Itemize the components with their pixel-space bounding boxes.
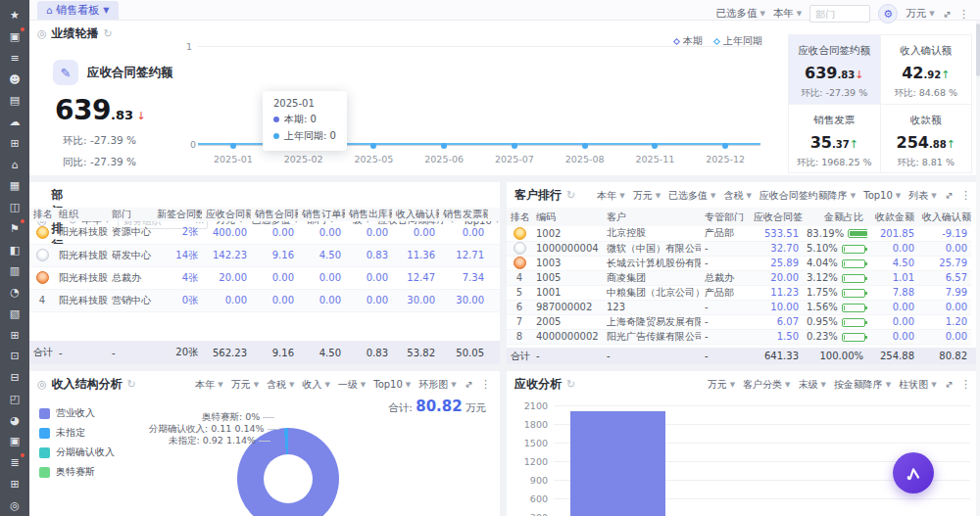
package-icon[interactable]: ◫ xyxy=(4,197,25,218)
column-header[interactable]: 应收合同额 xyxy=(202,208,251,221)
data-point[interactable] xyxy=(722,143,728,149)
column-header[interactable]: 排名 xyxy=(507,208,532,226)
collect-cell[interactable]: 0.00 xyxy=(867,241,918,256)
value-cell[interactable]: 12.47 xyxy=(392,266,439,289)
multi-select-filter[interactable]: 已选多值▼ xyxy=(715,7,764,21)
table-row[interactable]: 1000000004微软（中国）有限公司111-32.705.10%0.000.… xyxy=(507,241,971,256)
collect-cell[interactable]: 0.00 xyxy=(867,329,918,344)
collect-cell[interactable]: 4.50 xyxy=(867,256,918,270)
assistant-fab[interactable] xyxy=(893,452,934,493)
income-cell[interactable]: 0.00 xyxy=(918,300,971,314)
camera-icon[interactable]: ▣ xyxy=(4,431,25,452)
tab-sales-dashboard[interactable]: ⌂ 销售看板 ▼ xyxy=(37,1,119,20)
column-header[interactable]: 销售 xyxy=(488,208,500,221)
kpi-card-收入确认额[interactable]: 收入确认额42.92↑环比: 84.68 % xyxy=(881,35,973,105)
legend-item-分期确认收入[interactable]: 分期确认收入 xyxy=(39,446,115,459)
more-options-icon[interactable]: ⋮ xyxy=(960,378,972,391)
kpi-card-销售发票[interactable]: 销售发票35.37↑环比: 1968.25 % xyxy=(789,105,881,174)
value-cell[interactable]: 400.00 xyxy=(202,221,251,244)
idcard-icon[interactable]: ▧ xyxy=(4,304,25,325)
column-header[interactable]: 收款金额 xyxy=(867,208,918,226)
card-icon[interactable]: ▦ xyxy=(4,175,25,197)
column-header[interactable]: 销售出库额 xyxy=(345,208,392,221)
cube-icon[interactable]: ◰ xyxy=(4,389,25,410)
filter-本年[interactable]: 本年▼ xyxy=(597,189,624,203)
table-row[interactable]: 4阳光科技股...营销中心0张0.000.000.000.0030.0030.0… xyxy=(29,289,500,311)
value-cell[interactable]: 0.00 xyxy=(251,289,298,311)
amount-cell[interactable]: 10.00 xyxy=(750,300,803,314)
table-row[interactable]: 阳光科技股...资源中心2张400.000.000.000.000.000.00… xyxy=(29,221,500,244)
column-header[interactable]: 组织 xyxy=(55,208,108,221)
column-header[interactable]: 销售合同额 xyxy=(251,208,298,221)
filter-末级[interactable]: 末级▼ xyxy=(798,378,825,392)
value-cell[interactable]: 0.00 xyxy=(345,289,392,311)
box-icon[interactable]: ◧ xyxy=(4,239,25,260)
grid-icon[interactable]: ⊞ xyxy=(4,474,25,495)
period-filter[interactable]: 本年▼ xyxy=(773,7,802,21)
list-icon[interactable]: ≣ xyxy=(4,452,25,474)
table-row[interactable]: 1003长城云计算机股份有限公司-25.894.04%4.5025.79 xyxy=(507,256,971,270)
favorite-icon[interactable]: ★ xyxy=(4,5,25,26)
value-cell[interactable]: 0.00 xyxy=(202,289,251,311)
refresh-icon[interactable]: ↻ xyxy=(104,27,113,40)
bell-icon[interactable]: ◔ xyxy=(4,282,25,304)
legend-item-未指定[interactable]: 未指定 xyxy=(39,426,115,440)
filter-列表[interactable]: 列表▼ xyxy=(908,189,936,203)
target-icon[interactable]: ◎ xyxy=(4,494,25,516)
column-header[interactable]: 销售订单额 xyxy=(298,208,345,221)
column-header[interactable]: 应收合同签... xyxy=(750,208,803,226)
column-header[interactable]: 新签合同数 xyxy=(153,208,202,221)
income-cell[interactable]: 1.20 xyxy=(918,314,971,329)
book-icon[interactable]: ⊡ xyxy=(4,346,25,367)
data-point[interactable] xyxy=(512,143,517,149)
value-cell[interactable]: 20.00 xyxy=(202,266,251,289)
calendar-icon[interactable]: ⊞ xyxy=(4,324,25,346)
filter-含税[interactable]: 含税▼ xyxy=(723,189,751,203)
value-cell[interactable]: 0张 xyxy=(153,289,202,311)
amount-cell[interactable]: 1.50 xyxy=(750,329,803,344)
value-cell[interactable]: 11.36 xyxy=(392,244,439,266)
value-cell[interactable]: 0.83 xyxy=(345,244,392,266)
value-cell[interactable]: 4.50 xyxy=(298,244,345,266)
schedule-icon[interactable]: ⊟ xyxy=(4,367,25,389)
unit-filter[interactable]: 万元▼ xyxy=(906,7,934,21)
filter-含税[interactable]: 含税▼ xyxy=(267,378,294,392)
department-input[interactable] xyxy=(809,5,870,23)
filter-客户分类[interactable]: 客户分类▼ xyxy=(743,378,790,392)
filter-万元[interactable]: 万元▼ xyxy=(231,378,259,392)
filter-Top10[interactable]: Top10▼ xyxy=(373,378,411,392)
column-header[interactable]: 销售发票额 xyxy=(439,208,488,221)
more-options-icon[interactable]: ⋮ xyxy=(960,189,972,202)
filter-万元[interactable]: 万元▼ xyxy=(708,378,735,392)
expand-icon[interactable]: ↔ xyxy=(942,378,956,392)
value-cell[interactable]: 30.00 xyxy=(392,289,439,311)
table-row[interactable]: 阳光科技股...总裁办4张20.000.000.000.0012.477.34 xyxy=(29,266,500,289)
column-header[interactable]: 编码 xyxy=(532,208,603,226)
filter-万元[interactable]: 万元▼ xyxy=(633,189,661,203)
value-cell[interactable]: 0.00 xyxy=(298,289,345,311)
income-cell[interactable]: 0.00 xyxy=(918,329,971,344)
data-point[interactable] xyxy=(230,143,236,149)
value-cell[interactable]: 7.34 xyxy=(439,266,488,289)
expand-icon[interactable]: ↔ xyxy=(940,7,954,21)
more-options-icon[interactable]: ⋮ xyxy=(480,378,492,391)
filter-柱状图[interactable]: 柱状图▼ xyxy=(899,378,936,392)
kpi-card-应收合同签约额[interactable]: 应收合同签约额639.83↓环比: -27.39 % xyxy=(789,35,881,105)
value-cell[interactable]: 142.23 xyxy=(202,244,251,266)
kpi-card-收款额[interactable]: 收款额254.88↑环比: 8.81 % xyxy=(881,105,973,174)
filter-按金额降序[interactable]: 按金额降序▼ xyxy=(834,378,891,392)
amount-cell[interactable]: 20.00 xyxy=(750,270,803,285)
scrollbar-thumb[interactable] xyxy=(976,23,980,76)
filter-应收合同签约额降序[interactable]: 应收合同签约额降序▼ xyxy=(760,189,856,203)
value-cell[interactable]: 0.00 xyxy=(392,221,439,244)
collect-cell[interactable]: 7.88 xyxy=(867,285,918,300)
value-cell[interactable]: 0.00 xyxy=(298,221,345,244)
legend-item-营业收入[interactable]: 营业收入 xyxy=(39,406,115,420)
expand-icon[interactable]: ↔ xyxy=(462,378,475,392)
report-icon[interactable]: ▤ xyxy=(4,90,25,112)
refresh-icon[interactable]: ↻ xyxy=(566,189,575,202)
table-row[interactable]: 1002北京控股产品部533.5183.19%201.85-9.19 xyxy=(507,226,971,241)
filter-收入[interactable]: 收入▼ xyxy=(302,378,329,392)
collect-cell[interactable]: 0.00 xyxy=(867,300,918,314)
value-cell[interactable]: 0.00 xyxy=(298,266,345,289)
